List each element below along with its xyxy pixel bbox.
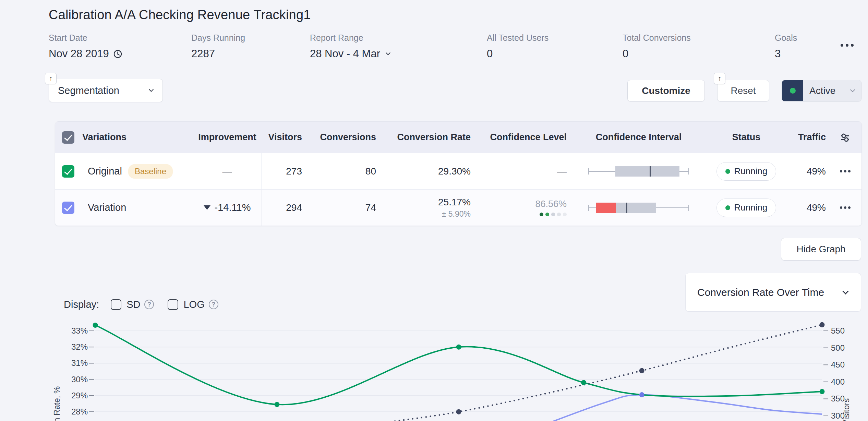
series-marker [93, 323, 98, 328]
page-title: Calibration A/A Checking Revenue Trackin… [49, 8, 311, 22]
confidence-strength-dots [540, 213, 567, 216]
arrow-down-icon [204, 205, 210, 210]
traffic-value: 49% [787, 153, 829, 189]
col-header-conversion-rate: Conversion Rate [382, 122, 476, 153]
stat-value: 3 [775, 48, 781, 60]
col-header-confidence-level: Confidence Level [476, 122, 572, 153]
series-marker [581, 380, 586, 385]
y-axis-left-label: Conversion Rate, % [52, 386, 62, 421]
log-checkbox[interactable] [168, 299, 178, 310]
y-left-tick: 29% [60, 391, 88, 400]
stat-value: 2287 [191, 48, 215, 60]
series-marker [456, 409, 461, 414]
running-dot-icon [725, 169, 730, 174]
log-label: LOG [183, 299, 204, 310]
experiment-status-select[interactable]: Active [782, 80, 861, 101]
y-left-tick: 30% [60, 375, 88, 384]
column-settings-icon[interactable] [840, 132, 851, 143]
stat-value: 0 [623, 48, 628, 60]
col-header-traffic: Traffic [787, 122, 829, 153]
confidence-level-value: — [476, 153, 572, 189]
col-header-visitors: Visitors [262, 122, 308, 153]
stat-days-running: Days Running 2287 [191, 33, 245, 60]
graph-metric-select[interactable]: Conversion Rate Over Time [685, 273, 861, 312]
table-header-row: Variations Improvement Visitors Conversi… [55, 122, 861, 153]
stats-menu-button[interactable] [841, 44, 854, 47]
confidence-interval-plot [588, 197, 689, 219]
report-range-select[interactable]: 28 Nov - 4 Mar [310, 48, 390, 60]
conversion-rate-chart: 33%32%31%30%29%28% 550500450400350300 Co… [0, 314, 868, 421]
status-badge: Running [716, 199, 776, 217]
y-left-tick: 32% [60, 342, 88, 352]
series-marker [820, 389, 825, 394]
customize-button[interactable]: Customize [627, 80, 705, 101]
sd-help-icon[interactable]: ? [144, 300, 154, 309]
chart-canvas [0, 314, 868, 421]
clock-icon [113, 49, 122, 59]
col-header-status: Status [705, 122, 787, 153]
row-checkbox[interactable] [62, 165, 74, 178]
stat-label: Goals [775, 33, 797, 43]
status-badge: Running [716, 162, 776, 181]
stat-label: Days Running [191, 33, 245, 43]
chevron-down-icon [386, 50, 390, 55]
arrow-up-icon[interactable]: ↑ [714, 73, 725, 84]
row-menu-button[interactable] [840, 170, 851, 172]
hide-graph-button[interactable]: Hide Graph [781, 238, 861, 261]
status-indicator [782, 80, 803, 101]
series-marker [639, 392, 644, 397]
rate-margin-value: ± 5.90% [442, 209, 471, 219]
green-dot-icon [790, 88, 796, 94]
conversions-value: 74 [308, 190, 382, 226]
table-row-variation: Variation -14.11% 294 74 25.17% ± 5.90% … [55, 189, 861, 226]
sd-checkbox[interactable] [111, 299, 121, 310]
traffic-value: 49% [787, 190, 829, 226]
stat-all-tested-users: All Tested Users 0 [487, 33, 548, 60]
stat-start-date: Start Date Nov 28 2019 [49, 33, 122, 60]
y-right-tick: 450 [831, 360, 845, 370]
y-left-tick: 28% [60, 407, 88, 417]
stat-label: Total Conversions [623, 33, 691, 43]
series-marker [639, 368, 644, 373]
stat-goals: Goals 3 [775, 33, 797, 60]
running-dot-icon [725, 205, 730, 210]
improvement-value: — [222, 166, 232, 177]
confidence-level-value: 86.56% [535, 199, 567, 209]
stat-total-conversions: Total Conversions 0 [623, 33, 691, 60]
y-right-tick: 500 [831, 343, 845, 353]
variation-name: Variation [88, 202, 126, 213]
series-line [531, 395, 822, 421]
series-marker [275, 402, 280, 407]
variation-name: Original [88, 166, 122, 177]
series-marker [456, 345, 461, 350]
y-left-tick: 31% [60, 358, 88, 368]
display-label: Display: [64, 299, 99, 310]
stat-label: All Tested Users [487, 33, 548, 43]
row-checkbox[interactable] [62, 202, 74, 214]
col-header-conversions: Conversions [308, 122, 382, 153]
select-all-checkbox[interactable] [62, 131, 74, 144]
series-line [95, 325, 822, 405]
sd-label: SD [126, 299, 140, 310]
improvement-value: -14.11% [215, 202, 251, 213]
visitors-value: 294 [262, 190, 308, 226]
display-options-bar: Display: SD ? LOG ? [64, 297, 218, 312]
table-row-original: Original Baseline — 273 80 29.30% — Runn… [55, 153, 861, 189]
segmentation-button[interactable]: Segmentation [49, 79, 163, 102]
y-right-tick: 550 [831, 326, 845, 336]
stat-value: 0 [487, 48, 493, 60]
stat-report-range: Report Range 28 Nov - 4 Mar [310, 33, 390, 60]
arrow-up-icon[interactable]: ↑ [45, 73, 57, 84]
stat-label: Start Date [49, 33, 122, 43]
conversion-rate-value: 25.17% [438, 197, 471, 208]
chevron-down-icon [842, 288, 848, 294]
col-header-improvement: Improvement [193, 122, 262, 153]
y-right-tick: 400 [831, 377, 845, 387]
col-header-variations: Variations [76, 122, 193, 153]
log-help-icon[interactable]: ? [209, 300, 218, 309]
series-line [386, 325, 822, 421]
baseline-badge: Baseline [128, 164, 173, 179]
series-marker [820, 322, 825, 327]
row-menu-button[interactable] [840, 206, 851, 209]
stat-value: Nov 28 2019 [49, 48, 109, 60]
